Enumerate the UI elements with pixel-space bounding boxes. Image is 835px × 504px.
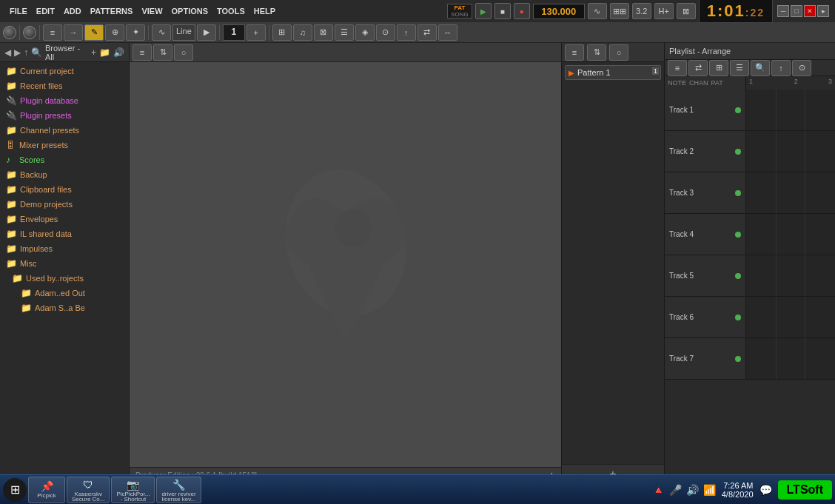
stop-button[interactable]: ■ xyxy=(494,3,511,19)
play-button[interactable]: ▶ xyxy=(475,3,492,19)
track-grid-area-4[interactable] xyxy=(746,255,835,296)
track-grid-area-0[interactable] xyxy=(746,90,835,130)
line-mode-select[interactable]: Line xyxy=(172,24,195,41)
taskbar-btn-picpick[interactable]: 📌 Picpick xyxy=(28,477,65,503)
menu-item-edit[interactable]: EDIT xyxy=(33,5,58,17)
sidebar-item-16[interactable]: 📁Adam S..a Be xyxy=(0,300,129,315)
tool-btn-pencil[interactable]: ✎ xyxy=(84,24,104,41)
menu-item-options[interactable]: OPTIONS xyxy=(168,5,212,17)
bpm-display[interactable]: 130.000 xyxy=(533,4,585,19)
sidebar-item-9[interactable]: 📁Demo projects xyxy=(0,197,129,212)
sidebar-item-1[interactable]: 📁Recent files xyxy=(0,78,129,93)
waveform-btn-1[interactable]: ∿ xyxy=(588,3,607,19)
pattern-tool-2[interactable]: ⇅ xyxy=(587,44,606,61)
track-grid-area-3[interactable] xyxy=(746,214,835,255)
extra-button[interactable]: ▸ xyxy=(817,5,829,17)
sidebar-item-14[interactable]: 📁Used by..rojects xyxy=(0,271,129,286)
browser-btn[interactable]: ☰ xyxy=(335,24,354,41)
tool-btn-arrow[interactable]: → xyxy=(64,24,83,41)
playlist-tool-3[interactable]: ⊞ xyxy=(709,60,728,76)
track-grid-area-1[interactable] xyxy=(746,131,835,172)
sidebar-item-12[interactable]: 📁Impulses xyxy=(0,241,129,256)
pattern-item-1[interactable]: ▶ Pattern 1 1 xyxy=(565,65,661,80)
tools-btn-d[interactable]: ↔ xyxy=(438,24,457,41)
snap-value[interactable]: 1 xyxy=(223,24,245,41)
master-volume-knob[interactable] xyxy=(3,26,16,39)
playlist-tool-5[interactable]: 🔍 xyxy=(751,60,770,76)
waveform-btn-5[interactable]: ⊠ xyxy=(677,3,696,19)
track-grid-area-6[interactable] xyxy=(746,338,835,379)
tool-btn-link[interactable]: ⊕ xyxy=(105,24,124,41)
sidebar-item-6[interactable]: ♪Scores xyxy=(0,152,129,167)
sidebar-folder-icon[interactable]: 📁 xyxy=(99,47,110,58)
playlist-tool-6[interactable]: ↑ xyxy=(771,60,791,76)
piano-roll-btn[interactable]: ♫ xyxy=(293,24,312,41)
menu-item-view[interactable]: VIEW xyxy=(138,5,166,17)
sidebar-nav-back[interactable]: ◀ xyxy=(4,47,11,58)
sidebar-item-13[interactable]: 📁Misc xyxy=(0,256,129,271)
menu-item-patterns[interactable]: PATTERNS xyxy=(87,5,137,17)
grid-line-2-33 xyxy=(776,172,777,213)
sidebar-item-2[interactable]: 🔌Plugin database xyxy=(0,93,129,108)
tray-icon-volume[interactable]: 🔊 xyxy=(686,484,699,496)
playlist-tool-7[interactable]: ⊙ xyxy=(792,60,811,76)
taskbar-btn-picpickpor[interactable]: 📷 PicPickPor... - Shortcut xyxy=(111,477,155,503)
sidebar-item-10[interactable]: 📁Envelopes xyxy=(0,212,129,226)
notification-icon[interactable]: 💬 xyxy=(759,484,772,496)
waveform-btn-4[interactable]: H+ xyxy=(654,3,674,19)
menu-item-file[interactable]: FILE xyxy=(6,5,31,17)
sidebar-header: ◀ ▶ ↑ 🔍 Browser - All + 📁 🔊 xyxy=(0,43,129,62)
menu-item-tools[interactable]: TOOLS xyxy=(213,5,249,17)
sidebar-item-0[interactable]: 📁Current project xyxy=(0,64,129,78)
sidebar-item-3[interactable]: 🔌Plugin presets xyxy=(0,108,129,123)
line-arrow[interactable]: ▶ xyxy=(197,24,216,41)
menu-item-help[interactable]: HELP xyxy=(250,5,279,17)
tools-btn-a[interactable]: ⊙ xyxy=(376,24,395,41)
pattern-tool-1[interactable]: ≡ xyxy=(565,44,584,61)
playlist-tool-1[interactable]: ≡ xyxy=(668,60,687,76)
center-tool-1[interactable]: ≡ xyxy=(133,44,152,61)
sidebar-nav-up[interactable]: ↑ xyxy=(24,47,28,58)
sidebar-speaker-icon[interactable]: 🔊 xyxy=(113,47,124,58)
sidebar-item-5[interactable]: 🎛Mixer presets xyxy=(0,138,129,152)
playlist-tool-2[interactable]: ⇄ xyxy=(688,60,708,76)
sidebar-item-7[interactable]: 📁Backup xyxy=(0,167,129,182)
sidebar-item-11[interactable]: 📁IL shared data xyxy=(0,226,129,241)
waveform-btn-3[interactable]: 3.2 xyxy=(632,3,651,19)
tool-btn-fire[interactable]: ✦ xyxy=(126,24,145,41)
snap-toggle[interactable]: ∿ xyxy=(152,24,171,41)
tools-btn-b[interactable]: ↑ xyxy=(397,24,416,41)
center-tool-3[interactable]: ○ xyxy=(174,44,193,61)
tool-btn-grid[interactable]: ≡ xyxy=(43,24,62,41)
mixer-btn[interactable]: ⊞ xyxy=(272,24,292,41)
close-button[interactable]: ✕ xyxy=(804,5,816,17)
pattern-tool-3[interactable]: ○ xyxy=(609,44,628,61)
taskbar-start-button[interactable]: ⊞ xyxy=(3,478,27,502)
track-grid-area-2[interactable] xyxy=(746,172,835,213)
tray-icon-1[interactable]: 🔺 xyxy=(652,484,665,496)
taskbar-btn-kaspersky[interactable]: 🛡 Kaspersky Secure Co... xyxy=(67,477,110,503)
maximize-button[interactable]: □ xyxy=(791,5,802,17)
sidebar-search-icon[interactable]: 🔍 xyxy=(31,47,42,58)
sidebar-new-icon[interactable]: + xyxy=(91,47,96,58)
snap-plus[interactable]: + xyxy=(247,24,266,41)
tray-icon-mic[interactable]: 🎤 xyxy=(669,484,682,496)
track-grid-area-5[interactable] xyxy=(746,297,835,337)
taskbar-btn-driver[interactable]: 🔧 driver reviver license key... xyxy=(156,477,201,503)
pat-song-toggle[interactable]: PAT SONG xyxy=(447,4,472,19)
sidebar-nav-forward[interactable]: ▶ xyxy=(14,47,21,58)
sidebar-item-8[interactable]: 📁Clipboard files xyxy=(0,182,129,197)
minimize-button[interactable]: ─ xyxy=(777,5,789,17)
playlist-tool-4[interactable]: ☰ xyxy=(730,60,749,76)
tools-btn-c[interactable]: ⇄ xyxy=(418,24,437,41)
waveform-btn-2[interactable]: ⊞⊞ xyxy=(610,3,629,19)
master-pitch-knob[interactable] xyxy=(23,26,36,39)
center-tool-2[interactable]: ⇅ xyxy=(153,44,172,61)
plugin-btn[interactable]: ◈ xyxy=(355,24,375,41)
menu-item-add[interactable]: ADD xyxy=(60,5,85,17)
step-seq-btn[interactable]: ⊠ xyxy=(314,24,333,41)
sidebar-item-15[interactable]: 📁Adam..ed Out xyxy=(0,286,129,300)
record-button[interactable]: ● xyxy=(514,3,530,19)
sidebar-item-4[interactable]: 📁Channel presets xyxy=(0,123,129,138)
tray-icon-network[interactable]: 📶 xyxy=(703,484,716,496)
